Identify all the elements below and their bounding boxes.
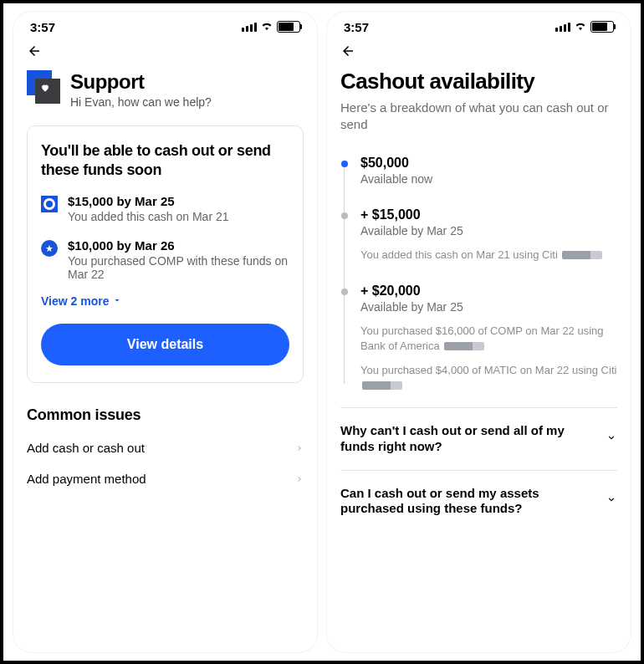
timeline-amount: + $20,000 (360, 283, 617, 299)
timeline-amount: + $15,000 (360, 207, 602, 222)
fund-desc: You added this cash on Mar 21 (68, 210, 229, 223)
timeline: $50,000 Available now + $15,000 Availabl… (340, 156, 617, 393)
timeline-dot-icon (341, 289, 348, 295)
chevron-right-icon (295, 472, 304, 486)
page-title: Support (70, 70, 212, 94)
timeline-row-3: + $20,000 Available by Mar 25 You purcha… (349, 283, 617, 392)
status-time: 3:57 (344, 20, 369, 34)
chevron-down-icon (112, 294, 122, 308)
view-more-link[interactable]: View 2 more (41, 294, 122, 308)
common-issues-title: Common issues (27, 406, 304, 424)
fund-amount: $10,000 by Mar 26 (68, 238, 289, 253)
wifi-icon (574, 19, 587, 34)
battery-icon (277, 21, 300, 33)
timeline-availability: Available by Mar 25 (360, 300, 617, 314)
chevron-down-icon (606, 432, 617, 447)
timeline-amount: $50,000 (360, 156, 432, 171)
faq-question: Why can't I cash out or send all of my f… (340, 423, 599, 455)
timeline-row-now: $50,000 Available now (349, 156, 617, 186)
view-more-label: View 2 more (41, 294, 109, 308)
chevron-right-icon (295, 441, 304, 455)
list-item-label: Add cash or cash out (27, 441, 145, 455)
funds-card: You'll be able to cash out or send these… (27, 125, 304, 383)
wifi-icon (260, 19, 273, 34)
faq-row-2[interactable]: Can I cash out or send my assets purchas… (340, 470, 617, 533)
status-icons (555, 19, 614, 34)
page-subtitle: Here's a breakdown of what you can cash … (340, 100, 617, 134)
timeline-note: You purchased $4,000 of MATIC on Mar 22 … (360, 363, 617, 392)
redacted-account (562, 251, 602, 259)
status-icons (242, 19, 300, 34)
support-icon (27, 70, 60, 104)
list-item-add-cash[interactable]: Add cash or cash out (27, 424, 304, 455)
fund-row-2: ★ $10,000 by Mar 26 You purchased COMP w… (41, 238, 289, 281)
card-title: You'll be able to cash out or send these… (41, 141, 289, 179)
timeline-dot-active-icon (341, 161, 348, 167)
status-bar: 3:57 (327, 12, 631, 42)
chevron-down-icon (606, 493, 617, 508)
view-details-button[interactable]: View details (41, 324, 289, 365)
cellular-icon (242, 22, 257, 32)
button-label: View details (127, 337, 203, 352)
cashout-screen: 3:57 Cashout availability Here's a break… (327, 12, 631, 652)
redacted-account (362, 381, 402, 390)
fund-amount: $15,000 by Mar 25 (68, 194, 229, 208)
cellular-icon (555, 22, 570, 32)
support-screen: 3:57 Support Hi Evan, how can we help? (13, 12, 317, 652)
star-icon: ★ (41, 240, 58, 257)
timeline-note: You purchased $16,000 of COMP on Mar 22 … (360, 324, 617, 353)
faq-row-1[interactable]: Why can't I cash out or send all of my f… (340, 407, 617, 470)
page-subtitle: Hi Evan, how can we help? (70, 95, 212, 109)
list-item-add-payment[interactable]: Add payment method (27, 455, 304, 486)
nav-bar (13, 42, 317, 67)
fund-row-1: $15,000 by Mar 25 You added this cash on… (41, 194, 289, 223)
back-button[interactable] (27, 43, 304, 62)
timeline-availability: Available by Mar 25 (360, 224, 602, 238)
cash-icon (41, 196, 58, 212)
timeline-dot-icon (341, 212, 348, 219)
faq-question: Can I cash out or send my assets purchas… (340, 486, 599, 518)
nav-bar (327, 42, 631, 67)
page-title: Cashout availability (340, 69, 617, 94)
fund-desc: You purchased COMP with these funds on M… (68, 254, 289, 281)
timeline-note: You added this cash on Mar 21 using Citi (360, 248, 602, 263)
status-bar: 3:57 (13, 12, 317, 42)
timeline-availability: Available now (360, 172, 432, 186)
list-item-label: Add payment method (27, 472, 146, 486)
back-button[interactable] (340, 43, 617, 62)
battery-icon (590, 21, 614, 33)
redacted-account (444, 342, 484, 350)
status-time: 3:57 (30, 20, 55, 34)
timeline-row-2: + $15,000 Available by Mar 25 You added … (349, 207, 617, 263)
